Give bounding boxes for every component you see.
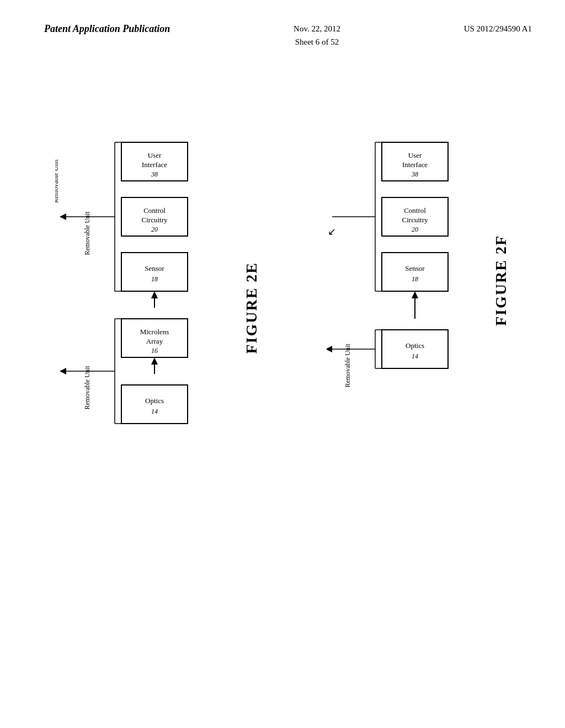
svg-marker-18 [151, 357, 158, 365]
svg-text:Optics: Optics [145, 397, 164, 405]
svg-text:Removable Unit: Removable Unit [83, 211, 91, 255]
svg-marker-35 [60, 368, 66, 374]
figure-2e-diagram: User Interface 38 Control Circuitry 20 S… [55, 137, 232, 479]
svg-text:Microlens: Microlens [140, 328, 169, 336]
svg-text:Removable Unit: Removable Unit [55, 159, 60, 203]
page-header: Patent Application Publication Nov. 22, … [0, 0, 565, 60]
svg-text:38: 38 [151, 170, 158, 178]
svg-text:Array: Array [146, 337, 163, 345]
svg-marker-62 [327, 346, 332, 352]
svg-text:38: 38 [411, 170, 418, 178]
sheet-info: Nov. 22, 2012 Sheet 6 of 52 [294, 22, 340, 49]
svg-text:Removable Unit: Removable Unit [83, 366, 91, 410]
svg-text:14: 14 [412, 352, 418, 360]
svg-marker-49 [412, 291, 418, 298]
figure-2e-wrapper: User Interface 38 Control Circuitry 20 S… [55, 137, 260, 479]
svg-text:18: 18 [151, 275, 158, 283]
svg-text:20: 20 [412, 226, 418, 233]
svg-text:Circuitry: Circuitry [402, 216, 428, 224]
svg-marker-12 [151, 291, 158, 298]
svg-text:Interface: Interface [142, 160, 167, 169]
figure-2f-diagram: User Interface 38 Control Circuitry 20 S… [327, 137, 481, 424]
figure-2f-label: FIGURE 2F [492, 235, 510, 326]
svg-text:Sensor: Sensor [405, 264, 425, 272]
publication-title: Patent Application Publication [44, 22, 170, 36]
svg-text:User: User [148, 151, 162, 159]
figure-2f-wrapper: User Interface 38 Control Circuitry 20 S… [327, 137, 510, 424]
svg-text:Optics: Optics [406, 341, 424, 350]
figure-2e-label: FIGURE 2E [243, 262, 260, 354]
svg-text:User: User [408, 151, 422, 159]
svg-marker-27 [60, 213, 66, 220]
svg-text:Interface: Interface [402, 160, 428, 169]
svg-text:14: 14 [151, 408, 158, 415]
svg-text:16: 16 [151, 347, 158, 355]
svg-text:Sensor: Sensor [145, 264, 164, 272]
svg-text:18: 18 [412, 275, 418, 283]
main-content: User Interface 38 Control Circuitry 20 S… [0, 104, 565, 479]
svg-text:Circuitry: Circuitry [142, 216, 168, 224]
svg-text:Control: Control [143, 206, 166, 215]
svg-text:Control: Control [404, 206, 426, 215]
svg-text:20: 20 [151, 226, 158, 233]
svg-text:↙: ↙ [328, 226, 336, 237]
patent-number: US 2012/294590 A1 [464, 22, 532, 35]
svg-text:Removable Unit: Removable Unit [344, 344, 351, 388]
